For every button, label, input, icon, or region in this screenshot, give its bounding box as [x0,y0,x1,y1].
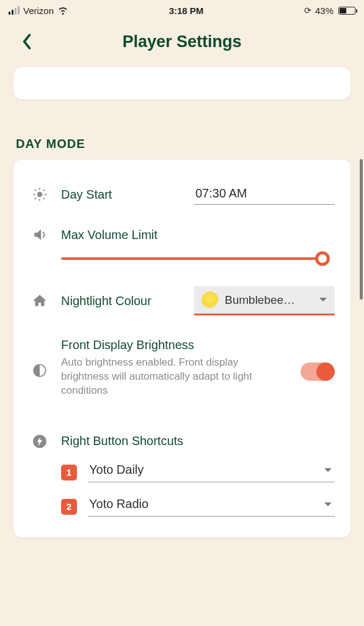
shortcut-select-2[interactable]: Yoto Radio [88,497,335,517]
battery-icon [338,7,355,15]
home-icon [29,293,50,309]
shortcut-select-1[interactable]: Yoto Daily [88,463,335,482]
header: Player Settings [0,21,364,62]
row-max-volume: Max Volume Limit [18,215,346,272]
lightning-icon [29,433,50,449]
brightness-icon [29,363,50,378]
nightlight-label: Nightlight Colour [61,294,183,308]
page-title: Player Settings [122,32,241,51]
wifi-icon [57,4,68,17]
status-right: ⟳ 43% [304,6,355,16]
svg-line-5 [35,190,36,191]
day-start-value: 07:30 AM [194,184,335,205]
chevron-down-icon [324,497,332,511]
day-start-field[interactable]: 07:30 AM [194,184,335,205]
day-mode-card: Day Start 07:30 AM Max Volume Limit Nigh… [13,160,351,537]
status-bar: Verizon 3:18 PM ⟳ 43% [0,0,364,21]
volume-icon [29,227,50,243]
svg-line-6 [43,198,45,199]
shortcut-value-1: Yoto Daily [89,463,324,477]
volume-slider[interactable] [61,257,329,260]
brightness-toggle[interactable] [300,363,335,381]
row-brightness: Front Display Brightness Auto brightness… [18,334,346,402]
brightness-label: Front Display Brightness [61,338,283,352]
day-start-label: Day Start [61,188,183,202]
chevron-down-icon [324,463,332,477]
chevron-down-icon [319,295,327,306]
row-nightlight: Nightlight Colour Bumblebee… [18,281,346,321]
section-title-day-mode: DAY MODE [16,137,364,151]
svg-line-8 [43,190,45,191]
nightlight-select[interactable]: Bumblebee… [194,286,335,315]
status-left: Verizon [9,4,68,17]
shortcuts-label: Right Button Shortcuts [61,434,335,448]
color-swatch-icon [202,292,219,309]
clock: 3:18 PM [169,6,204,16]
chevron-left-icon [21,34,32,50]
back-button[interactable] [16,31,37,52]
rotation-lock-icon: ⟳ [304,6,311,15]
shortcut-row-2: 2 Yoto Radio [18,488,346,523]
shortcut-badge-2: 2 [61,499,77,515]
row-shortcuts-header: Right Button Shortcuts [18,420,346,454]
previous-card [13,67,351,99]
shortcut-row-1: 1 Yoto Daily [18,454,346,488]
shortcut-value-2: Yoto Radio [89,497,324,511]
scroll-indicator[interactable] [360,159,363,300]
svg-point-0 [37,192,43,197]
shortcut-badge-1: 1 [61,465,77,481]
brightness-description: Auto brightness enabled. Front display b… [61,356,283,398]
carrier-label: Verizon [23,6,54,16]
sun-icon [29,186,50,202]
battery-percent: 43% [315,6,333,16]
toggle-knob [316,363,335,381]
max-volume-label: Max Volume Limit [61,228,335,242]
cellular-signal-icon [9,6,20,15]
row-day-start: Day Start 07:30 AM [18,174,346,215]
volume-slider-thumb[interactable] [315,251,330,266]
nightlight-selected: Bumblebee… [225,293,313,307]
svg-line-7 [35,198,36,199]
